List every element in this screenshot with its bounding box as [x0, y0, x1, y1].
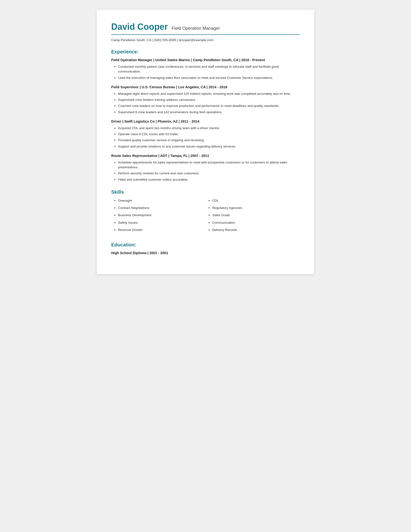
- skills-right-column: CDLRegulatory AgenciesSales GoalsCommuni…: [206, 198, 300, 235]
- skill-item: Regulatory Agencies: [212, 206, 300, 210]
- education-section: Education: High School Diploma | 2001 - …: [111, 242, 300, 255]
- candidate-name: David Cooper: [111, 22, 168, 32]
- skill-item: Revenue Growth: [118, 228, 206, 232]
- header: David Cooper Field Operation Manager: [111, 22, 300, 32]
- experience-list: Field Operation Manager | United States …: [111, 58, 300, 182]
- skill-item: CDL: [212, 198, 300, 203]
- job-bullets: Acquired CDL and spent two months drivin…: [111, 126, 300, 149]
- bullet-item: Supervised crew leaders training address…: [118, 97, 300, 102]
- skills-heading: Skills: [111, 189, 300, 195]
- skill-item: Contract Negotiations: [118, 206, 206, 210]
- experience-item: Driver | Swift Logistics Co | Phoenix, A…: [111, 119, 300, 149]
- job-bullets: Conducted monthly patient case conferenc…: [111, 64, 300, 80]
- candidate-title: Field Operation Manager: [172, 26, 220, 31]
- education-heading: Education:: [111, 242, 300, 248]
- bullet-item: Conducted monthly patient case conferenc…: [118, 64, 300, 74]
- bullet-item: Operate class A CDL trucks with 53 trail…: [118, 132, 300, 137]
- job-title: Route Sales Representative | ADT | Tampa…: [111, 154, 300, 158]
- skill-item: Sales Goals: [212, 213, 300, 218]
- header-divider: [111, 34, 300, 35]
- skill-item: Delivery Records: [212, 228, 300, 232]
- skills-left-column: OversightContract NegotiationsBusiness D…: [111, 198, 206, 235]
- bullet-item: Schedule appointments for sales represen…: [118, 160, 300, 170]
- bullet-item: Managed eight direct reports and supervi…: [118, 91, 300, 96]
- experience-item: Field Supervisor | U.S. Census Bureau | …: [111, 85, 300, 115]
- bullet-item: Filled and submitted customer orders acc…: [118, 177, 300, 182]
- education-list: High School Diploma | 2001 - 2001: [111, 251, 300, 255]
- experience-heading: Experience:: [111, 49, 300, 55]
- skill-item: Business Development: [118, 213, 206, 218]
- bullet-item: Acquired CDL and spent two months drivin…: [118, 126, 300, 131]
- skill-item: Safety Issues: [118, 220, 206, 225]
- job-title: Field Supervisor | U.S. Census Bureau | …: [111, 85, 300, 89]
- contact-info: Camp Pendleton South, CA | (340) 555-839…: [111, 38, 300, 42]
- bullet-item: Supervised 8 crew leaders and 142 enumer…: [118, 110, 300, 115]
- bullet-item: Coached crew leaders on how to improve p…: [118, 104, 300, 108]
- job-title: Field Operation Manager | United States …: [111, 58, 300, 62]
- experience-item: Field Operation Manager | United States …: [111, 58, 300, 80]
- resume-container: David Cooper Field Operation Manager Cam…: [97, 10, 314, 274]
- job-bullets: Schedule appointments for sales represen…: [111, 160, 300, 182]
- skill-item: Oversight: [118, 198, 206, 203]
- skill-item: Communication: [212, 220, 300, 225]
- skills-section: Skills OversightContract NegotiationsBus…: [111, 189, 300, 235]
- bullet-item: Support and provide solutions to any cus…: [118, 144, 300, 149]
- experience-section: Experience: Field Operation Manager | Un…: [111, 49, 300, 182]
- experience-item: Route Sales Representative | ADT | Tampa…: [111, 154, 300, 182]
- bullet-item: Provided quality customer service in shi…: [118, 138, 300, 143]
- education-item: High School Diploma | 2001 - 2001: [111, 251, 300, 255]
- bullet-item: Perform security reviews for current and…: [118, 171, 300, 176]
- job-title: Driver | Swift Logistics Co | Phoenix, A…: [111, 119, 300, 123]
- bullet-item: Lead the execution of managing sales flo…: [118, 76, 300, 80]
- skills-grid: OversightContract NegotiationsBusiness D…: [111, 198, 300, 235]
- job-bullets: Managed eight direct reports and supervi…: [111, 91, 300, 115]
